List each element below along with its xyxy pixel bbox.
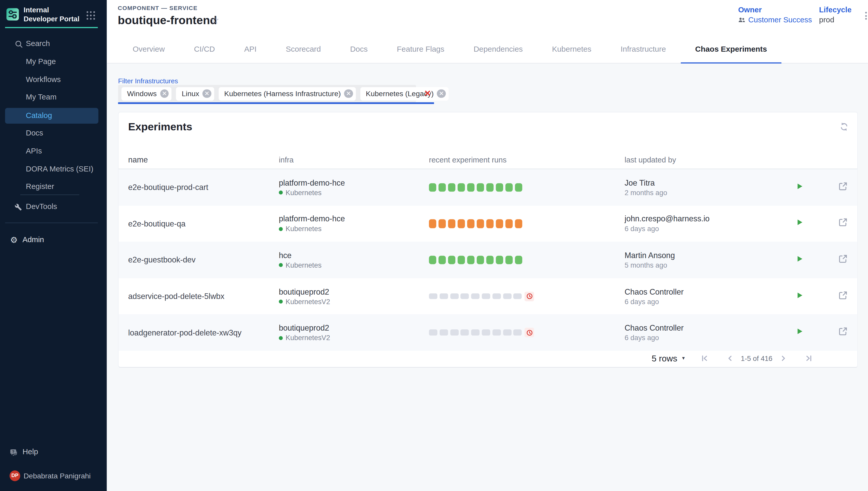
run-status-square <box>448 256 456 264</box>
column-name: name <box>128 155 279 165</box>
run-status-square <box>514 329 522 336</box>
filter-input-underline <box>118 103 434 104</box>
chip-remove-icon[interactable]: ✕ <box>344 89 353 98</box>
tab-scorecard[interactable]: Scorecard <box>271 36 336 63</box>
help-button[interactable]: ? Help <box>5 444 98 460</box>
favorite-star-icon[interactable]: ☆ <box>210 15 219 26</box>
run-status-square <box>505 219 513 228</box>
run-experiment-button[interactable] <box>795 291 804 302</box>
run-status-square <box>486 219 494 228</box>
tab-overview[interactable]: Overview <box>118 36 179 63</box>
open-experiment-button[interactable] <box>838 218 848 230</box>
infra-name: boutiqueprod2 <box>279 323 429 333</box>
run-status-square <box>467 183 474 192</box>
chip-remove-icon[interactable]: ✕ <box>160 89 169 98</box>
tab-cicd[interactable]: CI/CD <box>179 36 230 63</box>
run-status-square <box>438 183 446 192</box>
column-recent-runs: recent experiment runs <box>429 156 625 164</box>
run-status-square <box>458 183 465 192</box>
table-row[interactable]: e2e-guestbook-dev hce Kubernetes Martin … <box>118 242 857 278</box>
run-status-square <box>482 329 490 336</box>
experiments-heading: Experiments <box>128 121 192 133</box>
owner-block: Owner Customer Success <box>738 6 812 24</box>
sidebar-item-devtools[interactable]: DevTools <box>5 199 98 215</box>
updated-time: 5 months ago <box>625 261 787 269</box>
lifecycle-value: prod <box>819 16 851 24</box>
owner-link[interactable]: Customer Success <box>748 16 812 24</box>
user-menu[interactable]: DP Debabrata Panigrahi <box>5 470 104 483</box>
table-row[interactable]: loadgenerator-pod-delete-xw3qy boutiquep… <box>118 314 857 351</box>
pending-run-clock-icon <box>524 291 534 301</box>
filter-chip: Linux ✕ <box>176 87 214 100</box>
run-status-square <box>492 329 501 336</box>
infra-status-dot <box>279 336 283 340</box>
run-status-square <box>477 183 484 192</box>
run-experiment-button[interactable] <box>795 182 804 193</box>
recent-runs-strip <box>429 328 625 337</box>
tab-dependencies[interactable]: Dependencies <box>459 36 538 63</box>
updated-by: Chaos Controller <box>625 323 787 333</box>
kebab-menu-icon[interactable] <box>864 10 868 21</box>
next-page-button[interactable] <box>779 354 788 363</box>
run-status-square <box>458 256 465 264</box>
chevron-down-icon: ▼ <box>681 356 686 361</box>
sidebar-item-label: Search <box>26 39 50 48</box>
tab-infrastructure[interactable]: Infrastructure <box>606 36 681 63</box>
sidebar-item-register[interactable]: Register <box>5 179 98 195</box>
sidebar-item-admin[interactable]: ⚙ Admin <box>5 232 98 248</box>
table-row[interactable]: e2e-boutique-qa platform-demo-hce Kubern… <box>118 205 857 242</box>
sidebar-item-my-page[interactable]: My Page <box>5 54 98 70</box>
brand-logo-icon <box>6 8 19 23</box>
run-status-square <box>439 293 448 299</box>
owner-label: Owner <box>738 6 812 14</box>
open-experiment-button[interactable] <box>838 290 848 302</box>
infrastructure-filter-input[interactable]: Windows ✕ Linux ✕ Kubernetes (Harness In… <box>118 85 416 102</box>
open-experiment-button[interactable] <box>838 254 848 266</box>
tab-api[interactable]: API <box>230 36 271 63</box>
sidebar-item-workflows[interactable]: Workflows <box>5 72 98 88</box>
run-status-square <box>448 219 456 228</box>
clear-filters-icon[interactable]: × <box>425 87 431 100</box>
infra-type: Kubernetes <box>286 225 322 233</box>
run-experiment-button[interactable] <box>795 255 804 265</box>
first-page-button[interactable] <box>700 354 709 363</box>
tab-feature-flags[interactable]: Feature Flags <box>382 36 459 63</box>
refresh-icon[interactable] <box>839 121 849 132</box>
tab-kubernetes[interactable]: Kubernetes <box>538 36 606 63</box>
sidebar-item-dora-metrics[interactable]: DORA Metrics (SEI) <box>5 161 98 177</box>
rows-per-page-select[interactable]: 5 rows ▼ <box>652 353 686 364</box>
previous-page-button[interactable] <box>726 354 734 363</box>
sidebar-divider <box>20 195 80 195</box>
run-status-square <box>492 293 501 299</box>
sidebar-item-docs[interactable]: Docs <box>5 125 98 142</box>
run-experiment-button[interactable] <box>795 218 804 229</box>
last-page-button[interactable] <box>805 354 813 363</box>
apps-grid-icon[interactable] <box>87 11 95 20</box>
sidebar-item-my-team[interactable]: My Team <box>5 89 98 106</box>
experiment-name: e2e-boutique-qa <box>128 219 279 228</box>
column-last-updated: last updated by <box>625 156 787 164</box>
sidebar-item-search[interactable]: Search <box>5 36 98 53</box>
updated-time: 2 months ago <box>625 189 787 197</box>
table-row[interactable]: e2e-boutique-prod-cart platform-demo-hce… <box>118 169 857 205</box>
run-status-square <box>448 183 456 192</box>
run-status-square <box>505 183 513 192</box>
infra-type: Kubernetes <box>286 189 322 197</box>
run-status-square <box>515 183 522 192</box>
sidebar-item-apis[interactable]: APIs <box>5 143 98 160</box>
chip-remove-icon[interactable]: ✕ <box>437 89 446 98</box>
infra-status-dot <box>279 227 283 231</box>
experiment-name: e2e-guestbook-dev <box>128 256 279 264</box>
open-experiment-button[interactable] <box>838 327 848 339</box>
open-experiment-button[interactable] <box>838 181 848 193</box>
run-experiment-button[interactable] <box>795 327 804 338</box>
search-icon <box>15 40 23 49</box>
run-status-square <box>439 329 448 336</box>
table-row[interactable]: adservice-pod-delete-5lwbx boutiqueprod2… <box>118 278 857 314</box>
people-icon <box>738 17 745 23</box>
chip-remove-icon[interactable]: ✕ <box>203 89 211 98</box>
tab-chaos-experiments[interactable]: Chaos Experiments <box>681 36 782 63</box>
avatar: DP <box>9 470 20 481</box>
tab-docs[interactable]: Docs <box>336 36 382 63</box>
sidebar-item-catalog[interactable]: Catalog <box>5 108 98 124</box>
